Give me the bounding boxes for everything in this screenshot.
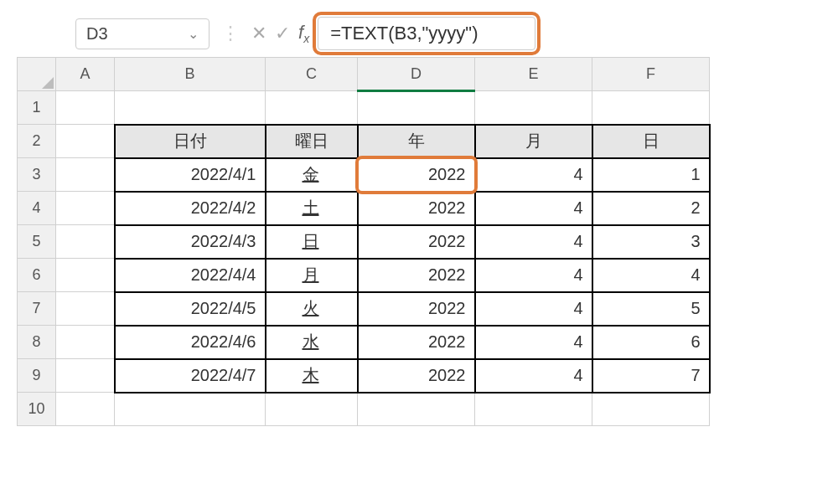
cell-C10[interactable] (266, 393, 358, 426)
spreadsheet-grid[interactable]: A B C D E F 1 2 日付 曜日 年 月 日 3 (17, 57, 711, 426)
col-header-F[interactable]: F (592, 58, 710, 91)
cell-A4[interactable] (56, 192, 115, 225)
cell-C8[interactable]: 水 (266, 326, 358, 359)
cell-F6[interactable]: 4 (592, 259, 710, 292)
cell-C7[interactable]: 火 (266, 292, 358, 326)
name-box[interactable]: D3 ⌄ (75, 18, 210, 49)
cell-F5[interactable]: 3 (592, 225, 710, 259)
formula-bar[interactable]: =TEXT(B3,"yyyy") (318, 17, 535, 50)
separator: ⋮ (218, 23, 243, 44)
cell-D1[interactable] (358, 91, 475, 125)
row-header-4[interactable]: 4 (18, 192, 56, 225)
cell-D3-value: 2022 (428, 165, 466, 183)
cancel-icon[interactable]: ✕ (251, 23, 266, 44)
cell-B5[interactable]: 2022/4/3 (115, 225, 266, 259)
row-header-6[interactable]: 6 (18, 259, 56, 292)
cell-D8[interactable]: 2022 (358, 326, 475, 359)
cell-E3[interactable]: 4 (475, 158, 592, 192)
row-header-10[interactable]: 10 (18, 393, 56, 426)
name-box-value: D3 (86, 24, 108, 44)
cell-E5[interactable]: 4 (475, 225, 592, 259)
cell-B4[interactable]: 2022/4/2 (115, 192, 266, 225)
cell-F8[interactable]: 6 (592, 326, 710, 359)
cell-A3[interactable] (56, 158, 115, 192)
header-date[interactable]: 日付 (115, 125, 266, 158)
header-day[interactable]: 日 (592, 125, 710, 158)
cell-F1[interactable] (592, 91, 710, 125)
cell-E7[interactable]: 4 (475, 292, 592, 326)
row-header-3[interactable]: 3 (18, 158, 56, 192)
cell-A9[interactable] (56, 359, 115, 393)
cell-D9[interactable]: 2022 (358, 359, 475, 393)
cell-D5[interactable]: 2022 (358, 225, 475, 259)
cell-E8[interactable]: 4 (475, 326, 592, 359)
col-header-D[interactable]: D (358, 58, 475, 91)
cell-F9[interactable]: 7 (592, 359, 710, 393)
cell-F7[interactable]: 5 (592, 292, 710, 326)
cell-D3[interactable]: 2022 (358, 158, 475, 192)
cell-E6[interactable]: 4 (475, 259, 592, 292)
row-header-7[interactable]: 7 (18, 292, 56, 326)
cell-E1[interactable] (475, 91, 592, 125)
cell-C3[interactable]: 金 (266, 158, 358, 192)
cell-B6[interactable]: 2022/4/4 (115, 259, 266, 292)
cell-A1[interactable] (56, 91, 115, 125)
fx-icon[interactable]: fx (298, 22, 309, 45)
cell-B9[interactable]: 2022/4/7 (115, 359, 266, 393)
cell-D7[interactable]: 2022 (358, 292, 475, 326)
header-year[interactable]: 年 (358, 125, 475, 158)
cell-A8[interactable] (56, 326, 115, 359)
cell-D10[interactable] (358, 393, 475, 426)
cell-B10[interactable] (115, 393, 266, 426)
cell-B3[interactable]: 2022/4/1 (115, 158, 266, 192)
col-header-B[interactable]: B (115, 58, 266, 91)
row-header-5[interactable]: 5 (18, 225, 56, 259)
row-header-1[interactable]: 1 (18, 91, 56, 125)
col-header-A[interactable]: A (56, 58, 115, 91)
cell-E9[interactable]: 4 (475, 359, 592, 393)
cell-F4[interactable]: 2 (592, 192, 710, 225)
cell-C4[interactable]: 土 (266, 192, 358, 225)
cell-C6[interactable]: 月 (266, 259, 358, 292)
cell-D6[interactable]: 2022 (358, 259, 475, 292)
row-header-8[interactable]: 8 (18, 326, 56, 359)
cell-A7[interactable] (56, 292, 115, 326)
formula-text: =TEXT(B3,"yyyy") (330, 23, 478, 44)
row-header-2[interactable]: 2 (18, 125, 56, 158)
confirm-icon[interactable]: ✓ (275, 23, 290, 44)
cell-C1[interactable] (266, 91, 358, 125)
header-dow[interactable]: 曜日 (266, 125, 358, 158)
cell-F10[interactable] (592, 393, 710, 426)
col-header-E[interactable]: E (475, 58, 592, 91)
cell-A6[interactable] (56, 259, 115, 292)
col-header-C[interactable]: C (266, 58, 358, 91)
cell-C9[interactable]: 木 (266, 359, 358, 393)
cell-D4[interactable]: 2022 (358, 192, 475, 225)
cell-F3[interactable]: 1 (592, 158, 710, 192)
select-all-corner[interactable] (18, 58, 56, 91)
cell-E10[interactable] (475, 393, 592, 426)
cell-E4[interactable]: 4 (475, 192, 592, 225)
cell-C5[interactable]: 日 (266, 225, 358, 259)
row-header-9[interactable]: 9 (18, 359, 56, 393)
cell-B7[interactable]: 2022/4/5 (115, 292, 266, 326)
header-month[interactable]: 月 (475, 125, 592, 158)
cell-B8[interactable]: 2022/4/6 (115, 326, 266, 359)
cell-A5[interactable] (56, 225, 115, 259)
chevron-down-icon: ⌄ (188, 26, 199, 42)
cell-A2[interactable] (56, 125, 115, 158)
cell-A10[interactable] (56, 393, 115, 426)
cell-B1[interactable] (115, 91, 266, 125)
